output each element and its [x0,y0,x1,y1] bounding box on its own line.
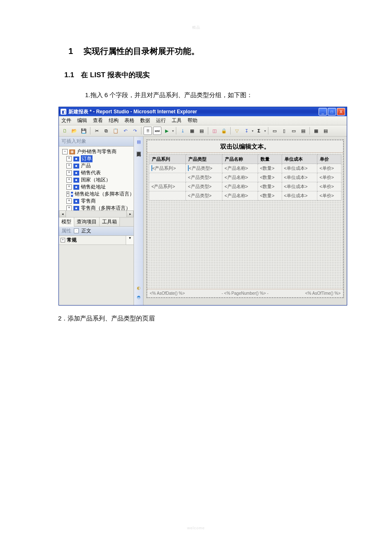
list-cell[interactable]: <产品名称> [222,173,258,182]
lock-icon[interactable]: 🔒 [220,127,228,135]
list-header[interactable]: 产品名称 [222,155,258,164]
list-header[interactable]: 单位成本 [282,155,317,164]
menu-table[interactable]: 表格 [124,117,134,124]
tree-item-product[interactable]: + ■ 产品 [61,162,134,169]
redo-icon[interactable]: ↷ [131,127,139,135]
sort-icon[interactable]: ↧ [242,127,251,135]
expand-icon[interactable]: + [66,156,72,161]
props-collapse-icon[interactable]: - [74,228,79,233]
footer-asofdate[interactable]: <% AsOfDate() %> [150,291,185,296]
list-cell[interactable]: <产品类型> [186,191,222,200]
report-title-placeholder[interactable]: 双击以编辑文本。 [147,140,343,153]
close-button[interactable]: X [337,108,345,115]
expand-icon[interactable]: + [66,198,72,204]
list-cell[interactable]: <产品名称> [222,164,258,173]
save-icon[interactable]: 💾 [80,127,88,135]
expand-icon[interactable]: + [61,238,65,242]
footer-pagenum[interactable]: - <% PageNumber() %> - [222,291,268,296]
minimize-button[interactable]: _ [319,108,327,115]
tree-item-salesaddr-multi[interactable]: + ■ 销售处地址（多脚本语言） [61,191,134,198]
paste-icon[interactable]: 📋 [112,127,120,135]
scroll-right-icon[interactable]: ▸ [127,210,134,218]
list-cell[interactable]: <单价> [317,164,341,173]
list-cell[interactable] [149,191,186,200]
page-explorer-icon[interactable]: ▤ [135,138,142,145]
list-cell[interactable]: <数量> [258,173,282,182]
page-explorer-strip[interactable]: ▤ 页面浏览器 ◐ ◓ [134,137,144,305]
list-cell[interactable]: <单位成本> [282,164,317,173]
menu-edit[interactable]: 编辑 [77,117,87,124]
export-icon[interactable]: ⤓ [178,127,187,135]
menu-struct[interactable]: 结构 [109,117,119,124]
list-cell[interactable]: <单位成本> [282,182,317,191]
tree-item-retailer-multi[interactable]: + ■ 零售商（多脚本语言） [61,205,134,210]
list2-icon[interactable]: ▤ [321,127,330,135]
list-cell[interactable] [149,173,186,182]
list-cell[interactable]: <产品类型> [186,173,222,182]
tree-item-salesaddr[interactable]: + ■ 销售处地址 [61,183,134,191]
menu-help[interactable]: 帮助 [187,117,197,124]
report-page[interactable]: 双击以编辑文本。 产品系列 产品类型 产品名称 数量 单位成本 单价 <产品系列… [146,139,344,298]
list-cell[interactable]: <数量> [258,182,282,191]
run-dropdown-icon[interactable]: ▾ [172,129,174,133]
list-cell[interactable]: <单位成本> [282,191,317,200]
cond-icon[interactable]: ◫ [210,127,219,135]
menu-file[interactable]: 文件 [61,117,71,124]
new-icon[interactable]: 🗋 [61,127,69,135]
menu-data[interactable]: 数据 [140,117,150,124]
properties-row-general[interactable]: + 常规 ▾ [59,236,134,245]
menu-run[interactable]: 运行 [156,117,166,124]
tree-root[interactable]: − ▦ 户外销售与零售商 [61,148,134,155]
list-header[interactable]: 产品系列 [149,155,186,164]
expand-icon[interactable]: + [66,184,72,190]
align-justify-icon[interactable]: ▤ [299,127,307,135]
list-header[interactable]: 单价 [317,155,341,164]
vstrip-icon-1[interactable]: ◐ [135,284,142,291]
list-cell[interactable]: <单价> [317,173,341,182]
list-cell[interactable]: <单价> [317,182,341,191]
align-left-icon[interactable]: ▭ [270,127,279,135]
expand-icon[interactable]: + [66,177,72,183]
list-header[interactable]: 数量 [258,155,282,164]
expand-icon[interactable]: + [66,163,72,169]
tree-item-retailer[interactable]: + ■ 零售商 [61,198,134,205]
tree-item-order[interactable]: + ■ 订单 [61,155,134,162]
expand-icon[interactable]: + [66,170,72,176]
list-report[interactable]: 产品系列 产品类型 产品名称 数量 单位成本 单价 <产品系列> <产品类型> … [149,154,341,200]
tab-model[interactable]: 模型 [59,218,74,227]
list-cell[interactable]: <产品类型> [186,182,222,191]
sort-dropdown-icon[interactable]: ▾ [252,129,253,133]
list-cell[interactable]: <产品名称> [222,182,258,191]
summary-icon[interactable]: Σ [255,127,263,135]
list-cell[interactable]: <数量> [258,164,282,173]
list-row[interactable]: <产品类型> <产品名称> <数量> <单位成本> <单价> [149,191,341,200]
list-row[interactable]: <产品系列> <产品类型> <产品名称> <数量> <单位成本> <单价> [149,182,341,191]
expand-icon[interactable]: + [66,191,69,197]
list-header[interactable]: 产品类型 [186,155,222,164]
menu-view[interactable]: 查看 [93,117,103,124]
list-cell[interactable]: <数量> [258,191,282,200]
query-icon[interactable]: ☰ [144,127,152,135]
tree-item-salesrep[interactable]: + ■ 销售代表 [61,169,134,176]
list-cell[interactable]: <单位成本> [282,173,317,182]
tab-toolbox[interactable]: 工具箱 [100,218,120,226]
align-right-icon[interactable]: ▭ [290,127,298,135]
tab-query[interactable]: 查询项目 [74,218,100,226]
list-row[interactable]: <产品类型> <产品名称> <数量> <单位成本> <单价> [149,173,341,182]
list-row[interactable]: <产品系列> <产品类型> <产品名称> <数量> <单位成本> <单价> [149,164,341,173]
summary-dropdown-icon[interactable]: ▾ [264,129,266,133]
preview-icon[interactable]: ▦ [188,127,196,135]
footer-asoftime[interactable]: <% AsOfTime() %> [305,291,341,296]
list-cell[interactable]: <产品类型> [186,164,222,173]
scroll-left-icon[interactable]: ◂ [59,210,66,218]
run-icon[interactable]: ▶ [163,127,171,135]
menu-tools[interactable]: 工具 [172,117,182,124]
list-cell[interactable]: <产品系列> [149,182,186,191]
tree-scrollbar-x[interactable]: ◂ ▸ [59,210,134,217]
align-center-icon[interactable]: ▯ [280,127,288,135]
cut-icon[interactable]: ✂ [93,127,101,135]
model-tree[interactable]: − ▦ 户外销售与零售商 + ■ 订单 + ■ 产品 [59,147,134,210]
properties-value-dropdown[interactable]: ▾ [126,236,134,244]
list-cell[interactable]: <产品系列> [149,164,186,173]
list-cell[interactable]: <产品名称> [222,191,258,200]
